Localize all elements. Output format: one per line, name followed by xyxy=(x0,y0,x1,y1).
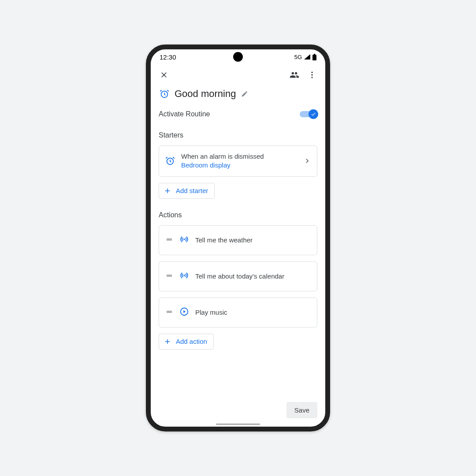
drag-handle-icon[interactable] xyxy=(165,235,173,245)
starter-item[interactable]: When an alarm is dismissed Bedroom displ… xyxy=(159,145,317,177)
actions-heading: Actions xyxy=(159,211,317,219)
signal-icon xyxy=(304,54,311,60)
action-item[interactable]: Tell me the weather xyxy=(159,225,317,255)
more-vert-icon xyxy=(308,71,316,79)
people-icon xyxy=(290,70,299,80)
plus-icon xyxy=(164,338,171,346)
svg-point-3 xyxy=(311,74,312,75)
navigation-handle[interactable] xyxy=(216,424,260,425)
drag-handle-icon[interactable] xyxy=(165,271,173,281)
battery-icon xyxy=(312,54,316,60)
front-camera xyxy=(233,52,243,62)
save-button[interactable]: Save xyxy=(286,402,317,418)
status-time: 12:30 xyxy=(160,53,176,61)
action-item[interactable]: Play music xyxy=(159,298,317,327)
close-icon xyxy=(160,71,168,79)
action-label: Play music xyxy=(195,309,227,316)
chevron-right-icon xyxy=(303,156,312,165)
pencil-icon xyxy=(241,90,248,97)
starters-heading: Starters xyxy=(159,131,317,139)
svg-point-2 xyxy=(311,72,312,73)
status-network: 5G xyxy=(294,54,302,60)
add-action-button[interactable]: Add action xyxy=(159,334,214,350)
broadcast-icon xyxy=(179,271,189,282)
status-indicators: 5G xyxy=(294,54,316,60)
svg-point-4 xyxy=(311,77,312,78)
starter-subtitle: Bedroom display xyxy=(181,161,297,170)
svg-rect-0 xyxy=(312,55,316,60)
play-icon xyxy=(179,307,189,318)
plus-icon xyxy=(164,187,171,195)
phone-frame: 12:30 5G Good morning Activa xyxy=(146,45,330,431)
alarm-icon xyxy=(160,89,169,99)
action-item[interactable]: Tell me about today's calendar xyxy=(159,261,317,291)
add-action-label: Add action xyxy=(176,338,207,345)
routine-title: Good morning xyxy=(175,88,236,100)
edit-title-button[interactable] xyxy=(240,89,249,98)
app-bar xyxy=(151,64,325,86)
svg-point-7 xyxy=(183,238,185,240)
action-label: Tell me the weather xyxy=(195,236,253,244)
action-label: Tell me about today's calendar xyxy=(195,272,284,280)
add-starter-label: Add starter xyxy=(176,187,208,194)
share-people-button[interactable] xyxy=(287,68,301,82)
routine-title-row: Good morning xyxy=(160,88,317,100)
alarm-icon xyxy=(165,156,175,166)
broadcast-icon xyxy=(179,234,189,246)
svg-point-8 xyxy=(183,275,185,276)
activate-routine-row: Activate Routine xyxy=(159,109,317,119)
content: Good morning Activate Routine Starters W… xyxy=(151,88,325,362)
check-icon xyxy=(311,112,316,117)
starter-title: When an alarm is dismissed xyxy=(181,152,297,161)
save-row: Save xyxy=(286,402,317,418)
activate-routine-toggle[interactable] xyxy=(300,109,317,119)
activate-routine-label: Activate Routine xyxy=(159,110,210,118)
overflow-menu-button[interactable] xyxy=(305,68,319,82)
drag-handle-icon[interactable] xyxy=(165,308,173,317)
svg-rect-1 xyxy=(314,54,315,55)
add-starter-button[interactable]: Add starter xyxy=(159,183,215,199)
close-button[interactable] xyxy=(157,68,171,82)
